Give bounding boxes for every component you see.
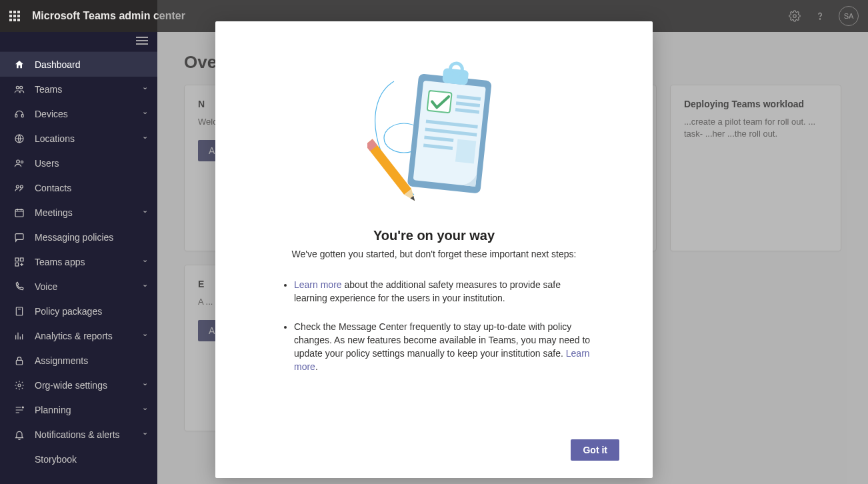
sidebar-item-label: Messaging policies <box>35 232 148 243</box>
modal-footer: Got it <box>249 439 619 461</box>
people-team-icon <box>12 84 27 95</box>
learn-more-link-safety[interactable]: Learn more <box>294 279 342 290</box>
chevron-down-icon <box>142 85 148 93</box>
sidebar-item-contacts[interactable]: Contacts <box>0 175 157 200</box>
sidebar-item-label: Users <box>35 158 148 169</box>
sidebar-item-label: Policy packages <box>35 306 148 317</box>
svg-rect-8 <box>21 114 23 117</box>
chat-icon <box>12 232 27 243</box>
app-launcher-icon[interactable] <box>9 11 20 21</box>
sidebar-toggle-icon[interactable] <box>136 36 148 47</box>
modal-bullet-1: Learn more about the additional safety m… <box>294 278 593 305</box>
clipboard-illustration <box>249 55 619 208</box>
svg-point-13 <box>20 185 23 188</box>
svg-point-5 <box>16 86 19 89</box>
chevron-down-icon <box>142 381 148 389</box>
chevron-down-icon <box>142 257 148 266</box>
contacts-icon <box>12 183 27 193</box>
bullet2-text-b: . <box>315 361 318 372</box>
svg-rect-15 <box>15 233 23 239</box>
sidebar-collapse-row <box>0 32 157 52</box>
sidebar-item-label: Teams apps <box>35 257 142 267</box>
svg-point-6 <box>20 86 23 89</box>
sidebar-item-label: Meetings <box>35 207 142 218</box>
globe-icon <box>12 133 27 144</box>
chevron-down-icon <box>142 134 148 143</box>
sidebar-item-label: Teams <box>35 84 142 95</box>
package-icon <box>12 306 27 317</box>
sidebar: DashboardTeamsDevicesLocationsUsersConta… <box>0 32 157 484</box>
sidebar-item-assignments[interactable]: Assignments <box>0 348 157 373</box>
sidebar-item-label: Notifications & alerts <box>35 429 142 440</box>
sidebar-item-label: Voice <box>35 281 142 292</box>
svg-point-11 <box>21 161 23 163</box>
sidebar-item-label: Org-wide settings <box>35 380 142 391</box>
got-it-button[interactable]: Got it <box>571 439 619 461</box>
svg-rect-36 <box>455 139 476 164</box>
sidebar-item-label: Dashboard <box>35 59 148 70</box>
sidebar-item-org-wide-settings[interactable]: Org-wide settings <box>0 373 157 397</box>
svg-point-21 <box>18 384 21 387</box>
lock-icon <box>12 355 27 366</box>
sidebar-item-dashboard[interactable]: Dashboard <box>0 52 157 77</box>
home-icon <box>12 59 27 70</box>
bell-icon <box>12 429 27 440</box>
sidebar-nav: DashboardTeamsDevicesLocationsUsersConta… <box>0 52 157 471</box>
chevron-down-icon <box>142 282 148 291</box>
svg-rect-20 <box>16 360 22 365</box>
headset-icon <box>12 109 27 119</box>
chevron-down-icon <box>142 208 148 217</box>
sidebar-item-analytics-reports[interactable]: Analytics & reports <box>0 323 157 348</box>
svg-rect-14 <box>15 209 23 217</box>
modal-title: You're on your way <box>249 228 619 243</box>
phone-icon <box>12 281 27 292</box>
sidebar-item-locations[interactable]: Locations <box>0 126 157 151</box>
sidebar-item-teams-apps[interactable]: Teams apps <box>0 249 157 274</box>
modal-bullet-2: Check the Message Center frequently to s… <box>294 320 593 374</box>
sidebar-item-label: Analytics & reports <box>35 331 142 341</box>
sidebar-item-devices[interactable]: Devices <box>0 101 157 126</box>
sidebar-item-planning[interactable]: Planning <box>0 397 157 422</box>
chevron-down-icon <box>142 331 148 340</box>
svg-point-12 <box>16 185 19 188</box>
chevron-down-icon <box>142 405 148 414</box>
people-icon <box>12 158 27 169</box>
analytics-icon <box>12 331 27 341</box>
sidebar-item-label: Contacts <box>35 183 148 193</box>
sidebar-item-label: Assignments <box>35 355 148 366</box>
modal-subtitle: We've gotten you started, but don't forg… <box>249 249 619 259</box>
sidebar-item-notifications-alerts[interactable]: Notifications & alerts <box>0 422 157 447</box>
svg-point-10 <box>17 160 20 163</box>
apps-icon <box>12 257 27 267</box>
sidebar-item-label: Locations <box>35 133 142 144</box>
sidebar-item-policy-packages[interactable]: Policy packages <box>0 299 157 323</box>
svg-rect-18 <box>15 263 19 266</box>
bullet2-text-a: Check the Message Center frequently to s… <box>294 321 590 359</box>
sidebar-item-teams[interactable]: Teams <box>0 77 157 101</box>
sidebar-item-label: Storybook <box>35 454 148 465</box>
sidebar-item-storybook[interactable]: Storybook <box>0 447 157 471</box>
sidebar-item-voice[interactable]: Voice <box>0 274 157 299</box>
sidebar-item-label: Planning <box>35 405 142 415</box>
svg-rect-16 <box>15 258 19 261</box>
calendar-icon <box>12 207 27 218</box>
onboarding-modal: You're on your way We've gotten you star… <box>215 21 653 478</box>
chevron-down-icon <box>142 430 148 439</box>
svg-rect-17 <box>20 258 23 261</box>
sidebar-item-messaging-policies[interactable]: Messaging policies <box>0 225 157 249</box>
modal-checklist: Learn more about the additional safety m… <box>249 278 619 389</box>
sidebar-item-label: Devices <box>35 109 142 119</box>
sidebar-item-meetings[interactable]: Meetings <box>0 200 157 225</box>
svg-rect-19 <box>16 307 22 315</box>
chevron-down-icon <box>142 109 148 118</box>
svg-point-22 <box>22 407 23 408</box>
svg-rect-7 <box>15 114 17 117</box>
sidebar-item-users[interactable]: Users <box>0 151 157 175</box>
planning-icon <box>12 405 27 415</box>
settings-icon <box>12 380 27 391</box>
